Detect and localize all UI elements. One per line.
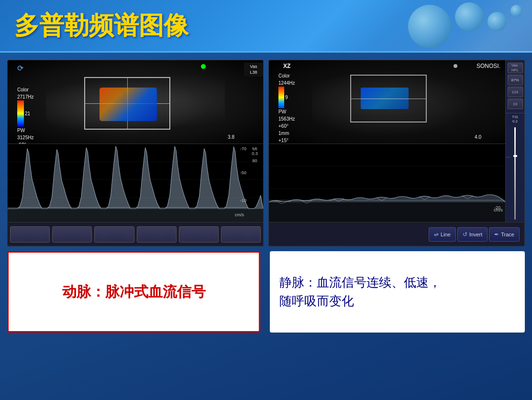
right-scale-neg20: -20 <box>494 205 500 210</box>
circle-medium <box>455 2 484 31</box>
right-color-freq: 1244Hz <box>278 79 295 87</box>
left-cms-label: cm/s <box>235 212 244 217</box>
left-mi-text: MI <box>246 146 263 151</box>
right-side-btn-vas[interactable]: VasHFL <box>508 63 523 73</box>
page-title: 多普勒频谱图像 <box>14 9 188 43</box>
invert-icon: ↺ <box>463 231 467 238</box>
left-green-dot <box>201 64 206 69</box>
right-tis-val: 0.2 <box>506 119 524 123</box>
trace-icon: ✒ <box>494 231 499 238</box>
right-tis-label: TIS <box>506 115 524 119</box>
right-tis-section: TIS 0.2 <box>506 113 524 123</box>
right-side-btn-124: 124 <box>508 87 523 97</box>
line-button[interactable]: ⇌ Line <box>429 227 456 242</box>
right-baseline <box>269 200 505 200</box>
left-bottom-bar <box>8 222 263 246</box>
left-bmode-image: 3.8 <box>8 60 263 144</box>
line-icon: ⇌ <box>434 231 439 238</box>
left-scale-neg50: -50 <box>240 170 246 175</box>
left-btn-3[interactable] <box>94 226 134 243</box>
right-size: 1mm <box>278 130 295 137</box>
left-color-num: 21 <box>25 110 30 117</box>
right-slider-track <box>514 127 516 220</box>
right-text-content: 静脉：血流信号连续、低速， 随呼吸而变化 <box>279 273 441 311</box>
left-scale-neg10: -10 <box>240 198 246 203</box>
right-slider-thumb[interactable] <box>513 155 517 157</box>
left-ultrasound-panel: 3.8 ⟳ Color 2717Hz 21 PW 312 <box>7 60 264 246</box>
right-color-label: Color <box>278 72 295 79</box>
left-btn-5[interactable] <box>179 226 219 243</box>
right-gray-dot <box>454 64 457 68</box>
left-vas-text: VasL38 <box>250 64 257 75</box>
left-scale-neg70: -70 <box>240 146 246 151</box>
right-panel-info: Color 1244Hz 9 PW 1563Hz +60° 1mm +15° -… <box>278 63 295 151</box>
left-btn-4[interactable] <box>137 226 177 243</box>
invert-label: Invert <box>469 232 483 237</box>
right-waveform-svg <box>269 144 505 222</box>
right-angle: +60° <box>278 122 295 130</box>
line-label: Line <box>441 232 451 237</box>
right-bmode-image: 4.0 <box>269 60 524 144</box>
right-side-controls: VasHFL 87% 124 19 TIS 0.2 <box>505 60 524 222</box>
left-color-label: Color <box>17 87 29 92</box>
main-content: 3.8 ⟳ Color 2717Hz 21 PW 312 <box>0 53 532 400</box>
left-pw-freq: 3125Hz <box>17 134 33 141</box>
right-gate: +15° <box>278 137 295 144</box>
right-measurement: 4.0 <box>475 134 481 140</box>
left-waveform-svg <box>8 144 263 222</box>
left-tis-val: 80 <box>246 158 263 163</box>
right-crosshair-h <box>351 99 426 99</box>
left-panel-icon: ⟳ <box>17 63 23 74</box>
header-circles <box>408 2 522 48</box>
left-text-content: 动脉：脉冲式血流信号 <box>62 282 206 302</box>
right-pct: 87% <box>511 78 519 82</box>
left-doppler-area: -70 -50 -10 MI 0.3 80 cm/s <box>8 144 263 222</box>
right-num19: 19 <box>513 102 517 106</box>
left-text-box: 动脉：脉冲式血流信号 <box>7 251 260 333</box>
header: 多普勒频谱图像 <box>0 0 532 53</box>
left-btn-1[interactable] <box>10 226 50 243</box>
right-sonos-label: SONOSI. <box>477 63 500 69</box>
left-color-flow-box <box>84 77 170 130</box>
right-doppler-area: cm/s -20 <box>269 144 505 222</box>
invert-button[interactable]: ↺ Invert <box>457 227 488 242</box>
circle-tiny <box>510 5 522 17</box>
right-bottom-bar: ⇌ Line ↺ Invert ✒ Trace <box>269 222 524 246</box>
left-color-bar <box>17 100 24 127</box>
text-boxes-row: 动脉：脉冲式血流信号 静脉：血流信号连续、低速， 随呼吸而变化 <box>7 251 525 333</box>
left-pw-label: PW <box>17 127 33 134</box>
left-vas-label: VasL38 <box>244 63 263 77</box>
panels-row: 3.8 ⟳ Color 2717Hz 21 PW 312 <box>7 60 525 246</box>
right-side-btn-19: 19 <box>508 99 523 109</box>
left-mi-val: 0.3 <box>246 151 263 156</box>
left-doppler-waveform: -70 -50 -10 MI 0.3 80 cm/s <box>8 144 263 222</box>
right-text-box: 静脉：血流信号连续、低速， 随呼吸而变化 <box>270 251 525 333</box>
left-btn-2[interactable] <box>52 226 92 243</box>
right-color-bar <box>278 87 284 108</box>
right-side-btn-pct: 87% <box>508 75 523 85</box>
right-pw-freq: 1563Hz <box>278 115 295 122</box>
left-bmode-area: 3.8 <box>8 60 263 144</box>
right-color-num: 9 <box>285 94 288 101</box>
right-num124: 124 <box>512 90 518 94</box>
circle-small <box>488 12 507 31</box>
left-color-flow <box>100 88 157 121</box>
right-bmode-area: 4.0 <box>269 60 524 144</box>
trace-label: Trace <box>501 232 514 237</box>
left-color-freq: 2717Hz <box>17 93 33 100</box>
trace-button[interactable]: ✒ Trace <box>489 227 520 242</box>
left-baseline <box>8 207 249 208</box>
circle-large <box>408 5 451 48</box>
left-btn-6[interactable] <box>221 226 261 243</box>
right-color-flow-box <box>350 75 427 122</box>
right-pw-label: PW <box>278 108 295 115</box>
left-mi-label: MI 0.3 80 <box>246 146 263 163</box>
right-ultrasound-panel: 4.0 XZ SONOSI. Color 1244Hz 9 PW 1563Hz … <box>268 60 525 246</box>
left-measurement: 3.8 <box>228 134 234 140</box>
